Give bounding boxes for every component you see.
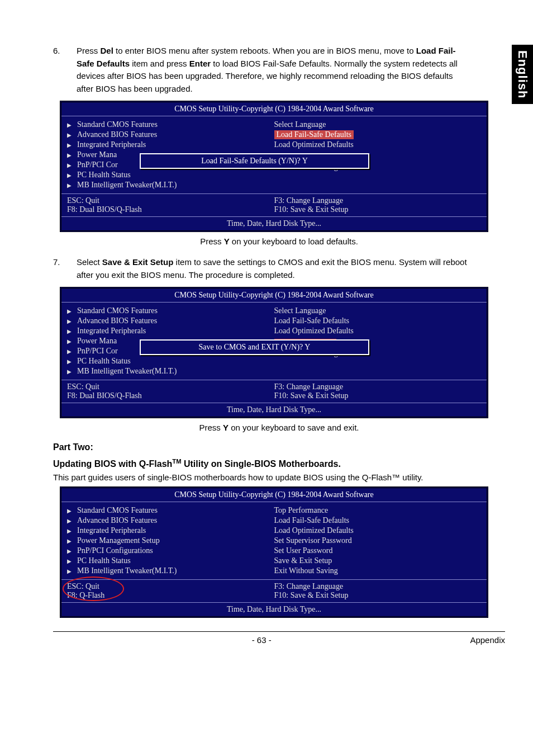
triangle-icon: ▶ <box>67 142 77 148</box>
section-name: Appendix <box>470 635 505 645</box>
triangle-icon: ▶ <box>67 162 77 168</box>
triangle-icon: ▶ <box>67 558 77 564</box>
bios-footer: ESC: Quit F8: Dual BIOS/Q-Flash F3: Chan… <box>61 194 487 217</box>
triangle-icon: ▶ <box>67 368 77 375</box>
caption-1: Press Y on your keyboard to load default… <box>53 237 505 246</box>
triangle-icon: ▶ <box>67 182 77 188</box>
page-footer: - 63 - Appendix <box>53 631 505 645</box>
triangle-icon: ▶ <box>67 122 77 128</box>
triangle-icon: ▶ <box>67 538 77 544</box>
highlighted-item: Load Fail-Safe Defaults <box>274 130 354 139</box>
bios-body: ▶Standard CMOS Features ▶Advanced BIOS F… <box>61 502 487 580</box>
bios-help-line: Time, Date, Hard Disk Type... <box>61 403 487 417</box>
bios-title: CMOS Setup Utility-Copyright (C) 1984-20… <box>61 488 487 502</box>
triangle-icon: ▶ <box>67 172 77 178</box>
bios-help-line: Time, Date, Hard Disk Type... <box>61 603 487 616</box>
bios-footer: ESC: Quit F8: Q-Flash F3: Change Languag… <box>61 580 487 603</box>
bios-popup: Load Fail-Safe Defaults (Y/N)? Y <box>140 153 369 169</box>
triangle-icon: ▶ <box>67 308 77 314</box>
triangle-icon: ▶ <box>67 518 77 524</box>
step-6: 6. Press Del to enter BIOS menu after sy… <box>53 45 505 95</box>
intro-text: This part guides users of single-BIOS mo… <box>53 472 505 482</box>
triangle-icon: ▶ <box>67 132 77 138</box>
bios-title: CMOS Setup Utility-Copyright (C) 1984-20… <box>61 289 487 303</box>
triangle-icon: ▶ <box>67 328 77 334</box>
step-7-text: Select Save & Exit Setup item to save th… <box>77 256 472 281</box>
triangle-icon: ▶ <box>67 548 77 554</box>
step-number: 7. <box>53 256 66 281</box>
triangle-icon: ▶ <box>67 508 77 514</box>
step-7: 7. Select Save & Exit Setup item to save… <box>53 256 505 281</box>
triangle-icon: ▶ <box>67 152 77 158</box>
page-content: 6. Press Del to enter BIOS menu after sy… <box>0 0 533 662</box>
caption-2: Press Y on your keyboard to save and exi… <box>53 423 505 432</box>
bios-title: CMOS Setup Utility-Copyright (C) 1984-20… <box>61 102 487 116</box>
triangle-icon: ▶ <box>67 568 77 574</box>
bios-body: ▶Standard CMOS Features ▶Advanced BIOS F… <box>61 303 487 380</box>
bios-right-col: Top Performance Load Fail-Safe Defaults … <box>274 505 482 576</box>
bios-popup: Save to CMOS and EXIT (Y/N)? Y <box>140 339 369 355</box>
triangle-icon: ▶ <box>67 358 77 365</box>
subtitle: Updating BIOS with Q-FlashTM Utility on … <box>53 458 505 469</box>
bios-help-line: Time, Date, Hard Disk Type... <box>61 217 487 230</box>
bios-screenshot-1: CMOS Setup Utility-Copyright (C) 1984-20… <box>60 101 488 232</box>
bios-screenshot-2: CMOS Setup Utility-Copyright (C) 1984-20… <box>60 287 488 418</box>
triangle-icon: ▶ <box>67 528 77 534</box>
triangle-icon: ▶ <box>67 318 77 324</box>
bios-left-col: ▶Standard CMOS Features ▶Advanced BIOS F… <box>67 505 274 576</box>
bios-screenshot-3: CMOS Setup Utility-Copyright (C) 1984-20… <box>60 486 488 618</box>
bios-footer: ESC: Quit F8: Dual BIOS/Q-Flash F3: Chan… <box>61 380 487 403</box>
triangle-icon: ▶ <box>67 348 77 355</box>
part-two-heading: Part Two: <box>53 442 505 452</box>
triangle-icon: ▶ <box>67 338 77 344</box>
step-6-text: Press Del to enter BIOS menu after syste… <box>77 45 472 95</box>
step-number: 6. <box>53 45 66 95</box>
page-number: - 63 - <box>252 635 272 645</box>
bios-body: ▶Standard CMOS Features ▶Advanced BIOS F… <box>61 116 487 194</box>
